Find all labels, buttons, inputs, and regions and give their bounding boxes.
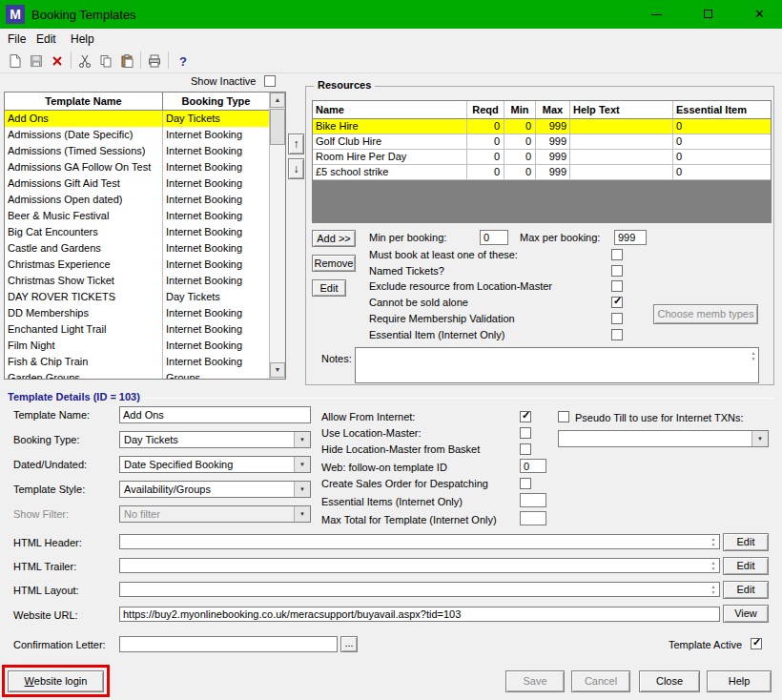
scroll-arrows-icon[interactable]	[709, 560, 718, 571]
essential-items-label: Essential Items (Internet Only)	[321, 496, 463, 507]
essential-items-input[interactable]	[520, 493, 546, 507]
menu-edit[interactable]: Edit	[36, 32, 56, 46]
table-row[interactable]: Add OnsDay Tickets	[5, 111, 269, 127]
use-location-master-label: Use Location-Master:	[321, 427, 422, 439]
delete-button[interactable]	[48, 51, 67, 71]
create-sales-order-checkbox[interactable]	[520, 478, 531, 489]
pseudo-till-dropdown[interactable]	[558, 430, 769, 447]
exclude-resource-label: Exclude resource from Location-Master	[369, 280, 552, 292]
table-row[interactable]: Christmas ExperienceInternet Booking	[5, 257, 269, 273]
show-inactive-checkbox[interactable]	[264, 75, 276, 87]
html-header-input[interactable]	[119, 534, 720, 549]
max-total-input[interactable]	[520, 511, 546, 525]
scroll-arrows-icon[interactable]	[709, 536, 718, 547]
scroll-arrows-icon[interactable]	[749, 350, 758, 361]
scrollbar-thumb[interactable]	[270, 109, 285, 145]
close-button[interactable]	[738, 0, 781, 29]
pseudo-till-checkbox[interactable]	[558, 411, 569, 422]
table-row[interactable]: Room Hire Per Day009990	[313, 150, 771, 165]
table-row[interactable]: Admissions GA Follow On TestInternet Boo…	[5, 159, 269, 175]
use-location-master-checkbox[interactable]	[520, 427, 531, 439]
template-style-dropdown[interactable]: Availability/Groups	[119, 481, 311, 498]
view-website-button[interactable]: View	[723, 605, 769, 623]
close-button-footer[interactable]: Close	[639, 670, 700, 692]
cut-button[interactable]	[75, 51, 94, 71]
table-row[interactable]: Golf Club Hire009990	[313, 134, 771, 150]
table-row[interactable]: Film NightInternet Booking	[5, 338, 269, 354]
hide-location-master-checkbox[interactable]	[520, 443, 531, 455]
table-row[interactable]: Admissions Open dated)Internet Booking	[5, 192, 269, 208]
chevron-down-icon[interactable]	[751, 431, 768, 446]
create-sales-order-label: Create Sales Order for Despatching	[321, 478, 488, 489]
table-row[interactable]: DD MembershipsInternet Booking	[5, 305, 269, 321]
column-header-template-name[interactable]: Template Name	[5, 93, 163, 111]
notes-textarea[interactable]	[355, 347, 759, 383]
maximize-button[interactable]	[687, 0, 730, 29]
column-header-booking-type[interactable]: Booking Type	[163, 93, 269, 111]
chevron-down-icon[interactable]	[294, 432, 310, 447]
template-active-checkbox[interactable]	[751, 638, 762, 649]
chevron-down-icon[interactable]	[294, 457, 310, 472]
confirmation-letter-input[interactable]	[119, 636, 338, 652]
essential-item-checkbox[interactable]	[611, 329, 623, 340]
browse-button[interactable]: ...	[340, 636, 358, 652]
titlebar: M Booking Templates	[0, 0, 782, 29]
new-document-button[interactable]	[6, 51, 25, 71]
paste-button[interactable]	[117, 51, 136, 71]
template-name-label: Template Name:	[13, 409, 90, 421]
html-trailer-input[interactable]	[119, 558, 720, 573]
table-row[interactable]: Castle and GardensInternet Booking	[5, 240, 269, 257]
cannot-be-sold-checkbox[interactable]	[611, 297, 623, 308]
table-row[interactable]: Bike Hire009990	[313, 119, 771, 134]
help-button-footer[interactable]: Help	[707, 670, 772, 692]
max-per-booking-input[interactable]	[614, 230, 647, 245]
table-row[interactable]: Beer & Music FestivalInternet Booking	[5, 208, 269, 224]
help-button-toolbar[interactable]: ?	[174, 51, 193, 71]
edit-html-header-button[interactable]: Edit	[723, 533, 769, 551]
table-row[interactable]: Enchanted Light TrailInternet Booking	[5, 321, 269, 338]
maximize-icon	[704, 10, 712, 18]
menu-file[interactable]: File	[8, 32, 26, 46]
edit-html-layout-button[interactable]: Edit	[723, 581, 769, 599]
max-total-label: Max Total for Template (Internet Only)	[321, 514, 497, 525]
min-per-booking-input[interactable]	[480, 230, 508, 245]
dated-undated-dropdown[interactable]: Date Specified Booking	[119, 456, 311, 473]
table-row[interactable]: Admissions Gift Aid TestInternet Booking	[5, 175, 269, 192]
minimize-button[interactable]	[635, 0, 678, 29]
html-layout-input[interactable]	[119, 582, 720, 597]
exclude-resource-checkbox[interactable]	[611, 280, 623, 292]
add-resource-button[interactable]: Add >>	[312, 230, 356, 247]
table-row[interactable]: Christmas Show TicketInternet Booking	[5, 273, 269, 289]
table-row[interactable]: Big Cat EncountersInternet Booking	[5, 224, 269, 240]
move-up-button[interactable]	[288, 134, 304, 154]
edit-resource-button[interactable]: Edit	[312, 279, 346, 297]
table-row[interactable]: Admissions (Timed Sessions)Internet Book…	[5, 143, 269, 159]
table-row[interactable]: DAY ROVER TICKETSDay Tickets	[5, 289, 269, 305]
booking-type-dropdown[interactable]: Day Tickets	[119, 431, 311, 448]
move-down-button[interactable]	[288, 158, 304, 179]
named-tickets-checkbox[interactable]	[611, 265, 623, 277]
website-url-input[interactable]	[119, 607, 720, 622]
chevron-down-icon[interactable]	[294, 482, 310, 497]
require-membership-checkbox[interactable]	[611, 313, 623, 324]
must-book-checkbox[interactable]	[611, 249, 623, 260]
remove-resource-button[interactable]: Remove	[312, 255, 356, 272]
scroll-up-icon[interactable]	[270, 93, 285, 108]
table-row[interactable]: Garden GroupsGroups	[5, 370, 269, 379]
table-row[interactable]: Admissions (Date Specific)Internet Booki…	[5, 127, 269, 143]
copy-button[interactable]	[96, 51, 115, 71]
show-inactive-label: Show Inactive	[191, 75, 256, 87]
template-name-input[interactable]	[119, 406, 311, 423]
template-list-table: Template Name Booking Type Add OnsDay Ti…	[4, 92, 286, 380]
web-follow-on-input[interactable]	[520, 459, 546, 473]
allow-internet-label: Allow From Internet:	[321, 411, 415, 422]
table-row[interactable]: Fish & Chip TrainInternet Booking	[5, 354, 269, 370]
menu-help[interactable]: Help	[71, 32, 94, 46]
print-button[interactable]	[145, 51, 164, 71]
edit-html-trailer-button[interactable]: Edit	[723, 557, 769, 575]
scroll-down-icon[interactable]	[270, 362, 285, 378]
vertical-scrollbar[interactable]	[269, 93, 285, 379]
table-row[interactable]: £5 school strike009990	[313, 165, 771, 180]
scroll-arrows-icon[interactable]	[709, 584, 718, 595]
allow-internet-checkbox[interactable]	[520, 411, 531, 422]
